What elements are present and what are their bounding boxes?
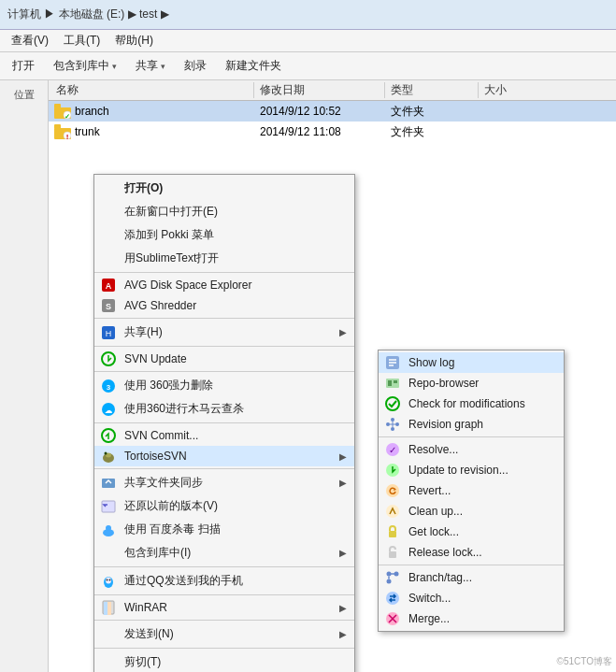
ctx-sub-revert[interactable]: Revert... bbox=[379, 480, 564, 501]
ctx-label: 共享文件夹同步 bbox=[124, 475, 203, 491]
share-sync-icon bbox=[100, 475, 117, 492]
ctx-sub-label: Release lock... bbox=[408, 546, 482, 559]
ctx-svn-update[interactable]: SVN Update bbox=[94, 349, 354, 369]
btn-burn[interactable]: 刻录 bbox=[176, 54, 215, 78]
ctx-send-to[interactable]: 发送到(N) ▶ bbox=[94, 622, 354, 646]
svn-log-icon bbox=[384, 354, 401, 371]
main-container: 位置 名称 修改日期 类型 大小 ✓ bbox=[0, 80, 616, 672]
submenu-arrow-icon: ▶ bbox=[339, 327, 347, 337]
svg-point-44 bbox=[391, 427, 394, 431]
avg-shred-icon: S bbox=[100, 297, 117, 314]
ctx-sub-release-lock[interactable]: Release lock... bbox=[379, 542, 564, 563]
svg-text:✓: ✓ bbox=[64, 113, 70, 119]
ctx-sub-label: Show log bbox=[408, 356, 454, 369]
btn-new-folder[interactable]: 新建文件夹 bbox=[217, 54, 290, 78]
svg-rect-1 bbox=[54, 104, 61, 108]
revert-icon bbox=[100, 498, 117, 515]
ctx-sep bbox=[94, 346, 354, 347]
submenu-arrow-icon: ▶ bbox=[339, 603, 347, 613]
svg-rect-53 bbox=[389, 531, 396, 537]
360-scan-icon: ☁ bbox=[100, 401, 117, 418]
ctx-sub-get-lock[interactable]: Get lock... bbox=[379, 522, 564, 542]
ctx-svn-commit[interactable]: SVN Commit... bbox=[94, 425, 354, 446]
ctx-label: 使用360进行木马云查杀 bbox=[124, 401, 244, 417]
ctx-label: 添加到 Pokki 菜单 bbox=[124, 227, 214, 243]
ctx-sep bbox=[94, 566, 354, 567]
ctx-sub-label: Get lock... bbox=[408, 525, 459, 538]
ctx-label: 通过QQ发送到我的手机 bbox=[124, 573, 243, 589]
ctx-sub-label: Revision graph bbox=[408, 418, 483, 431]
360-delete-icon: 3 bbox=[100, 378, 117, 394]
ctx-sub-branch-tag[interactable]: Branch/tag... bbox=[379, 567, 564, 588]
ctx-cut[interactable]: 剪切(T) bbox=[94, 651, 354, 672]
svg-text:A: A bbox=[106, 281, 112, 291]
ctx-label: 包含到库中(I) bbox=[124, 545, 191, 561]
svg-text:☁: ☁ bbox=[105, 407, 112, 415]
ctx-sep bbox=[94, 272, 354, 273]
svg-text:3: 3 bbox=[107, 383, 111, 392]
ctx-add-pokki[interactable]: 添加到 Pokki 菜单 bbox=[94, 223, 354, 247]
btn-include-library[interactable]: 包含到库中 ▾ bbox=[45, 54, 125, 78]
ctx-sub-merge[interactable]: Merge... bbox=[379, 608, 564, 629]
svg-point-60 bbox=[386, 592, 399, 605]
ctx-sep bbox=[94, 371, 354, 372]
ctx-sub-cleanup[interactable]: Clean up... bbox=[379, 501, 564, 522]
ctx-send-qq[interactable]: 通过QQ发送到我的手机 bbox=[94, 569, 354, 593]
svg-rect-54 bbox=[389, 551, 396, 558]
ctx-label: 用SublimeText打开 bbox=[124, 250, 219, 266]
svn-update-rev-icon bbox=[384, 462, 401, 479]
ctx-sep bbox=[94, 318, 354, 319]
svg-point-30 bbox=[109, 579, 111, 580]
ctx-winrar[interactable]: WinRAR ▶ bbox=[94, 597, 354, 618]
ctx-sub-check-modifications[interactable]: Check for modifications bbox=[379, 393, 564, 414]
ctx-label: AVG Shredder bbox=[124, 299, 196, 312]
ctx-sub-repo-browser[interactable]: Repo-browser bbox=[379, 373, 564, 393]
sidebar-item-location[interactable]: 位置 bbox=[0, 84, 48, 106]
ctx-include-lib[interactable]: 包含到库中(I) ▶ bbox=[94, 541, 354, 565]
ctx-sep bbox=[94, 594, 354, 595]
ctx-sub-label: Resolve... bbox=[408, 443, 458, 456]
btn-open[interactable]: 打开 bbox=[4, 54, 43, 78]
baidu-icon bbox=[100, 522, 117, 538]
ctx-open-sublime[interactable]: 用SublimeText打开 bbox=[94, 247, 354, 270]
ctx-sub-resolve[interactable]: ✓ Resolve... bbox=[379, 439, 564, 460]
menu-help[interactable]: 帮助(H) bbox=[107, 31, 161, 50]
ctx-label: WinRAR bbox=[124, 601, 167, 614]
ctx-avg-disk[interactable]: A AVG Disk Space Explorer bbox=[94, 275, 354, 295]
table-row[interactable]: ! trunk 2014/9/12 11:08 文件夹 bbox=[49, 122, 616, 142]
menu-view[interactable]: 查看(V) bbox=[4, 31, 56, 50]
table-row[interactable]: ✓ branch 2014/9/12 10:52 文件夹 bbox=[49, 101, 616, 122]
ctx-sub-show-log[interactable]: Show log bbox=[379, 352, 564, 373]
menu-tools[interactable]: 工具(T) bbox=[56, 31, 107, 50]
file-type-trunk: 文件夹 bbox=[385, 124, 479, 140]
ctx-avg-shred[interactable]: S AVG Shredder bbox=[94, 295, 354, 316]
ctx-tortoisesvn[interactable]: TortoiseSVN ▶ bbox=[94, 446, 354, 466]
ctx-sep bbox=[94, 422, 354, 423]
ctx-open-new-window[interactable]: 在新窗口中打开(E) bbox=[94, 200, 354, 223]
submenu-arrow-icon: ▶ bbox=[339, 478, 347, 488]
ctx-360-scan[interactable]: ☁ 使用360进行木马云查杀 bbox=[94, 397, 354, 421]
ctx-share-sync[interactable]: 共享文件夹同步 ▶ bbox=[94, 471, 354, 494]
title-bar: 计算机 ▶ 本地磁盘 (E:) ▶ test ▶ bbox=[0, 0, 616, 30]
ctx-label: 使用 360强力删除 bbox=[124, 378, 213, 393]
svn-repo-icon bbox=[384, 375, 401, 392]
ctx-sub-switch[interactable]: Switch... bbox=[379, 588, 564, 608]
ctx-revert-prev[interactable]: 还原以前的版本(V) bbox=[94, 494, 354, 518]
ctx-share[interactable]: H 共享(H) ▶ bbox=[94, 321, 354, 344]
chevron-down-icon: ▾ bbox=[161, 62, 165, 71]
ctx-label: 剪切(T) bbox=[124, 654, 161, 670]
ctx-sep bbox=[94, 648, 354, 649]
ctx-label: AVG Disk Space Explorer bbox=[124, 279, 252, 292]
ctx-sub-revision-graph[interactable]: Revision graph bbox=[379, 414, 564, 435]
ctx-baidu-scan[interactable]: 使用 百度杀毒 扫描 bbox=[94, 518, 354, 541]
ctx-sep bbox=[379, 436, 564, 437]
ctx-360-delete[interactable]: 3 使用 360强力删除 bbox=[94, 374, 354, 397]
svg-text:S: S bbox=[106, 302, 111, 311]
ctx-sub-label: Repo-browser bbox=[408, 377, 479, 390]
submenu-arrow-icon: ▶ bbox=[339, 548, 347, 558]
file-date-branch: 2014/9/12 10:52 bbox=[254, 105, 385, 118]
ctx-sub-update-revision[interactable]: Update to revision... bbox=[379, 460, 564, 480]
ctx-open[interactable]: 打开(O) bbox=[94, 177, 354, 200]
btn-share[interactable]: 共享 ▾ bbox=[127, 54, 174, 78]
ctx-label: SVN Update bbox=[124, 352, 187, 365]
